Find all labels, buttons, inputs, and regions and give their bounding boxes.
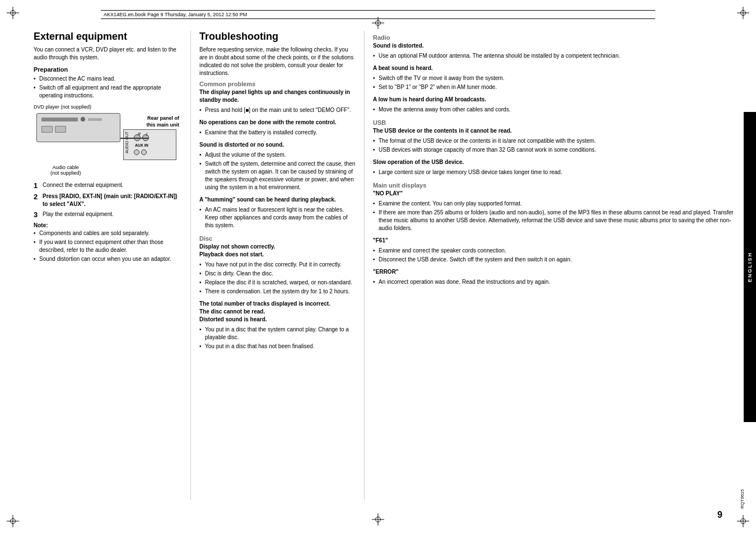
external-equipment-title: External equipment [34, 31, 179, 43]
error-title: "ERROR" [373, 268, 734, 276]
humming-title: A "humming" sound can be heard during pl… [199, 196, 356, 204]
step-3-text: Play the external equipment. [43, 210, 179, 218]
display-not-shown-title: Display not shown correctly.Playback doe… [199, 243, 356, 259]
reg-mark-br [737, 515, 749, 527]
note-item-1: Components and cables are sold separatel… [34, 229, 179, 237]
radio-heading: Radio [373, 34, 734, 41]
beat-sound-title: A beat sound is heard. [373, 64, 734, 72]
dvd-player-box [36, 113, 120, 142]
external-equipment-intro: You can connect a VCR, DVD player etc. a… [34, 46, 179, 62]
usb-cannot-read-item-1: The format of the USB device or the cont… [373, 137, 734, 145]
beat-sound-item-2: Set to "BP 1" or "BP 2" when in AM tuner… [373, 83, 734, 91]
dvd-conn-2 [55, 126, 66, 133]
radio-sound-distorted-item-1: Use an optional FM outdoor antenna. The … [373, 52, 734, 60]
disc-item-3: Replace the disc if it is scratched, war… [199, 279, 356, 287]
language-tab: ENGLISH [744, 112, 756, 422]
note-item-3: Sound distortion can occur when you use … [34, 255, 179, 263]
rear-panel-box: AUDIO OUT AUX IN R [123, 129, 176, 160]
page-number: 9 [717, 510, 722, 520]
total-tracks-item-2: You put in a disc that has not been fina… [199, 343, 356, 350]
dvd-slot-2 [88, 118, 102, 121]
display-standby-item-1: Press and hold [■] on the main unit to s… [199, 106, 356, 114]
disc-item-4: There is condensation. Let the system dr… [199, 288, 356, 296]
reg-mark-tc [372, 17, 384, 29]
f61-item-1: Examine and correct the speaker cords co… [373, 247, 734, 255]
prep-item-2: Switch off all equipment and read the ap… [34, 84, 179, 100]
filename-text: AKX14EG.en.book Page 9 Thursday, January… [104, 12, 247, 17]
beat-sound-item-1: Switch off the TV or move it away from t… [373, 74, 734, 82]
distorted-sound-title: Sound is distorted or no sound. [199, 141, 356, 149]
distorted-sound-item-2: Switch off the system, determine and cor… [199, 160, 356, 191]
f61-title: "F61" [373, 237, 734, 245]
note-item-2: If you want to connect equipment other t… [34, 238, 179, 254]
total-tracks-item-1: You put in a disc that the system cannot… [199, 326, 356, 341]
diagram-area: DVD player (not supplied) Rear pan [34, 104, 179, 177]
no-play-item-1: Examine the content. You can only play s… [373, 200, 734, 208]
slow-operation-item-1: Large content size or large memory USB d… [373, 168, 734, 176]
radio-sound-distorted-title: Sound is distorted. [373, 42, 734, 50]
troubleshooting-section: Troubleshooting Before requesting servic… [190, 31, 364, 500]
step-2-text: Press [RADIO, EXT-IN] (main unit: [RADIO… [43, 193, 179, 208]
no-remote-item-1: Examine that the battery is installed co… [199, 129, 356, 137]
dvd-conn-1 [41, 126, 53, 133]
error-item-1: An incorrect operation was done. Read th… [373, 278, 734, 286]
usb-heading: USB [373, 119, 734, 126]
usb-cannot-read-item-2: USB devices with storage capacity of mor… [373, 146, 734, 154]
troubleshooting-title: Troubleshooting [199, 31, 356, 43]
note-label: Note: [34, 222, 179, 228]
f61-item-2: Disconnect the USB device. Switch off th… [373, 256, 734, 264]
main-unit-heading: Main unit displays [373, 182, 734, 189]
dvd-button [81, 117, 85, 121]
dvd-slot [41, 118, 78, 121]
step-1-text: Connect the external equipment. [43, 181, 179, 189]
dvd-label: DVD player (not supplied) [34, 104, 179, 110]
reg-mark-tl [7, 7, 19, 19]
audio-cable-label: Audio cable (not supplied) [50, 165, 81, 176]
total-tracks-title: The total number of tracks displayed is … [199, 300, 356, 324]
language-label: ENGLISH [747, 252, 753, 282]
usb-cannot-read-title: The USB device or the contents in it can… [373, 127, 734, 135]
no-remote-title: No operations can be done with the remot… [199, 119, 356, 127]
common-problems-heading: Common problems [199, 81, 356, 87]
rear-panel-label: Rear panel of this main unit [147, 115, 180, 128]
aux-in-text: AUX IN [135, 143, 149, 147]
reg-mark-bc [372, 513, 384, 526]
preparation-heading: Preparation [34, 66, 179, 73]
prep-item-1: Disconnect the AC mains lead. [34, 75, 179, 83]
rqt-number: RQT9615 [740, 489, 745, 509]
conn-circle-4 [141, 149, 147, 155]
slow-operation-title: Slow operation of the USB device. [373, 158, 734, 166]
disc-heading: Disc [199, 235, 356, 242]
disc-item-1: You have not put in the disc correctly. … [199, 261, 356, 269]
distorted-sound-item-1: Adjust the volume of the system. [199, 151, 356, 159]
page-container: AKX14EG.en.book Page 9 Thursday, January… [0, 0, 756, 534]
note-section: Note: Components and cables are sold sep… [34, 222, 179, 263]
display-standby-title: The display panel lights up and changes … [199, 88, 356, 104]
r-label: R [138, 132, 141, 136]
conn-circle-3 [134, 149, 139, 155]
low-hum-item-1: Move the antenna away from other cables … [373, 106, 734, 114]
no-play-title: "NO PLAY" [373, 190, 734, 198]
reg-mark-tr [737, 7, 749, 19]
cable-line-1 [120, 138, 148, 139]
step-2: 2 Press [RADIO, EXT-IN] (main unit: [RAD… [34, 193, 179, 208]
external-equipment-section: External equipment You can connect a VCR… [34, 31, 190, 500]
audio-out-label: AUDIO OUT [125, 132, 129, 153]
step-1: 1 Connect the external equipment. [34, 181, 179, 190]
humming-item-1: An AC mains lead or fluorescent light is… [199, 206, 356, 229]
low-hum-title: A low hum is heard during AM broadcasts. [373, 96, 734, 104]
no-play-item-2: If there are more than 255 albums or fol… [373, 209, 734, 232]
troubleshooting-intro: Before requesting service, make the foll… [199, 46, 356, 77]
reg-mark-bl [7, 515, 19, 527]
disc-item-2: Disc is dirty. Clean the disc. [199, 270, 356, 278]
step-3: 3 Play the external equipment. [34, 210, 179, 219]
l-label: L [146, 132, 148, 136]
radio-usb-section: Radio Sound is distorted. Use an optiona… [364, 31, 734, 500]
main-content: External equipment You can connect a VCR… [34, 31, 734, 500]
